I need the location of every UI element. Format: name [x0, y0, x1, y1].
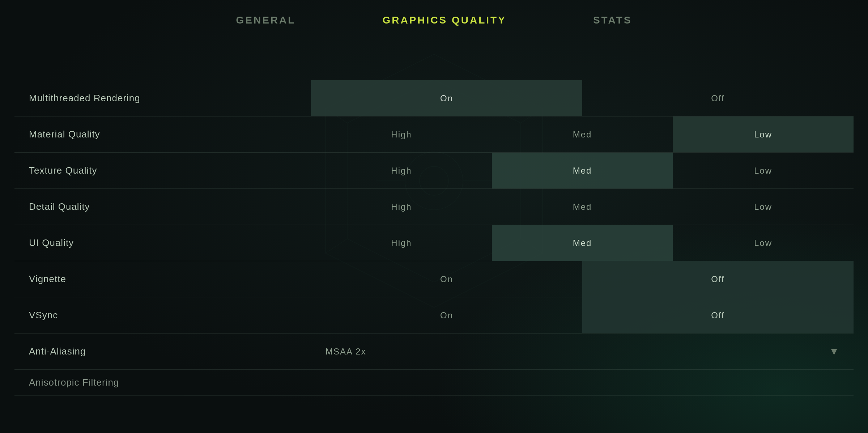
options-detail-quality: High Med Low [311, 189, 854, 225]
option-off-vsync[interactable]: Off [582, 297, 854, 333]
option-high-texture[interactable]: High [311, 153, 492, 188]
option-high-detail[interactable]: High [311, 189, 492, 225]
options-vignette: On Off [311, 261, 854, 297]
option-low-detail[interactable]: Low [673, 189, 854, 225]
row-anti-aliasing: Anti-Aliasing MSAA 2x ▼ [14, 334, 854, 370]
option-off-multithreaded[interactable]: Off [582, 80, 854, 116]
options-anisotropic-filtering [311, 370, 854, 395]
tab-stats[interactable]: STATS [550, 7, 676, 33]
option-on-vignette[interactable]: On [311, 261, 582, 297]
option-high-ui[interactable]: High [311, 225, 492, 261]
tab-graphics-quality[interactable]: GRAPHICS QUALITY [339, 7, 549, 33]
label-material-quality: Material Quality [14, 116, 311, 152]
label-vsync: VSync [14, 297, 311, 333]
settings-table: Multithreaded Rendering On Off Material … [0, 80, 868, 396]
option-low-material[interactable]: Low [673, 116, 854, 152]
option-med-texture[interactable]: Med [492, 153, 673, 188]
option-off-vignette[interactable]: Off [582, 261, 854, 297]
options-anti-aliasing[interactable]: MSAA 2x ▼ [311, 334, 854, 369]
option-med-detail[interactable]: Med [492, 189, 673, 225]
nav-tabs: GENERAL GRAPHICS QUALITY STATS [0, 0, 868, 33]
dropdown-value-anti-aliasing: MSAA 2x [326, 347, 366, 357]
label-texture-quality: Texture Quality [14, 153, 311, 188]
row-multithreaded-rendering: Multithreaded Rendering On Off [14, 80, 854, 116]
options-multithreaded-rendering: On Off [311, 80, 854, 116]
option-med-ui[interactable]: Med [492, 225, 673, 261]
row-detail-quality: Detail Quality High Med Low [14, 189, 854, 225]
label-anti-aliasing: Anti-Aliasing [14, 334, 311, 369]
option-on-vsync[interactable]: On [311, 297, 582, 333]
option-low-texture[interactable]: Low [673, 153, 854, 188]
options-material-quality: High Med Low [311, 116, 854, 152]
label-multithreaded-rendering: Multithreaded Rendering [14, 80, 311, 116]
label-vignette: Vignette [14, 261, 311, 297]
option-med-material[interactable]: Med [492, 116, 673, 152]
dropdown-arrow-anti-aliasing: ▼ [829, 346, 839, 357]
label-anisotropic-filtering: Anisotropic Filtering [14, 370, 311, 395]
row-texture-quality: Texture Quality High Med Low [14, 153, 854, 189]
option-high-material[interactable]: High [311, 116, 492, 152]
options-texture-quality: High Med Low [311, 153, 854, 188]
row-vignette: Vignette On Off [14, 261, 854, 297]
row-anisotropic-filtering: Anisotropic Filtering [14, 370, 854, 396]
options-vsync: On Off [311, 297, 854, 333]
option-low-ui[interactable]: Low [673, 225, 854, 261]
label-detail-quality: Detail Quality [14, 189, 311, 225]
tab-general[interactable]: GENERAL [193, 7, 339, 33]
row-vsync: VSync On Off [14, 297, 854, 334]
label-ui-quality: UI Quality [14, 225, 311, 261]
options-ui-quality: High Med Low [311, 225, 854, 261]
row-material-quality: Material Quality High Med Low [14, 116, 854, 153]
option-on-multithreaded[interactable]: On [311, 80, 582, 116]
dropdown-anisotropic-filtering[interactable] [311, 370, 854, 395]
dropdown-anti-aliasing[interactable]: MSAA 2x ▼ [311, 334, 854, 369]
main-container: GENERAL GRAPHICS QUALITY STATS Multithre… [0, 0, 868, 433]
row-ui-quality: UI Quality High Med Low [14, 225, 854, 261]
